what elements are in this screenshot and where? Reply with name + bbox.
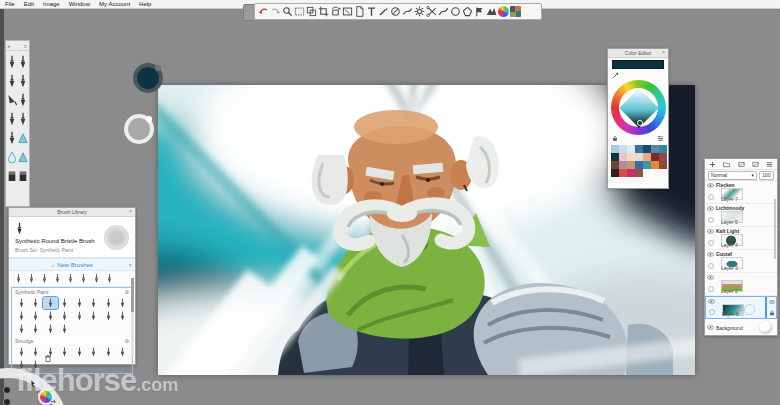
brush-item[interactable] (43, 310, 58, 322)
flag-tool-icon[interactable] (474, 6, 485, 17)
layer-row[interactable]: Kalt LightLayer 4 (705, 227, 777, 250)
pen-tool-icon[interactable] (378, 6, 389, 17)
tool-watercolor[interactable] (18, 149, 30, 165)
menu-help[interactable]: Help (139, 0, 151, 8)
color-swatch[interactable] (659, 153, 667, 161)
layer-radio[interactable] (708, 286, 714, 292)
eraser-tool-icon[interactable] (390, 6, 401, 17)
crop-tool-icon[interactable] (318, 6, 329, 17)
color-swatch[interactable] (643, 145, 651, 153)
close-icon[interactable]: × (128, 209, 133, 214)
layer-panel-icon[interactable] (738, 161, 745, 168)
layer-radio[interactable] (708, 217, 714, 223)
brush-item[interactable] (116, 310, 131, 322)
brush-item[interactable] (58, 346, 73, 358)
edge-dot[interactable] (3, 398, 11, 405)
color-swatch[interactable] (619, 161, 627, 169)
brush-size-pod[interactable] (124, 114, 154, 144)
color-swatch[interactable] (611, 145, 619, 153)
brush-set-thumb[interactable] (67, 273, 74, 284)
menu-image[interactable]: Image (43, 0, 60, 8)
color-swatch[interactable] (627, 153, 635, 161)
brush-item[interactable] (116, 297, 131, 309)
visibility-icon[interactable] (707, 183, 714, 188)
brush-set-thumb[interactable] (41, 273, 48, 284)
layers-scrollbar[interactable] (774, 199, 776, 259)
color-swatch[interactable] (619, 169, 627, 177)
brush-set-thumb[interactable] (93, 273, 100, 284)
undo-tool-icon[interactable] (258, 6, 269, 17)
layer-row[interactable]: FleckenLayer 7 (705, 181, 777, 204)
layers-menu-icon[interactable] (766, 161, 773, 168)
brush-item[interactable] (43, 323, 58, 335)
brush-set-thumb[interactable] (54, 273, 61, 284)
tools-menu-icon[interactable]: ≡ (24, 43, 27, 49)
visibility-icon[interactable] (707, 252, 714, 257)
menu-edit[interactable]: Edit (24, 0, 34, 8)
brush-item[interactable] (29, 297, 44, 309)
color-editor-titlebar[interactable]: Color Editor × (608, 49, 668, 58)
brush-item[interactable] (101, 310, 116, 322)
blend-mode-select[interactable]: Normal ▾ (708, 171, 757, 180)
tool-roller-block[interactable] (18, 168, 30, 184)
brush-item[interactable] (72, 297, 87, 309)
brush-set-thumb[interactable] (106, 273, 113, 284)
tool-ink-pen[interactable] (18, 111, 30, 127)
brush-item[interactable] (72, 346, 87, 358)
curve-tool-icon[interactable] (438, 6, 449, 17)
color-swatch[interactable] (635, 161, 643, 169)
layer-row[interactable]: LichtmoodyLayer 5 (705, 204, 777, 227)
layer-row-selected[interactable]: Layer 6 (705, 296, 777, 319)
visibility-icon[interactable] (707, 206, 714, 211)
color-swatch[interactable] (627, 145, 635, 153)
trash-icon[interactable] (44, 354, 52, 363)
color-marker[interactable] (637, 120, 643, 126)
brush-section-header[interactable]: Synthetic Paint⚙ (12, 288, 132, 296)
rotate-tool-icon[interactable] (330, 6, 341, 17)
brush-library-titlebar[interactable]: Brush Library × (9, 208, 135, 217)
tool-oil-brush[interactable] (6, 54, 18, 70)
brush-item[interactable] (58, 310, 73, 322)
redo-tool-icon[interactable] (270, 6, 281, 17)
brush-item[interactable] (29, 323, 44, 335)
tool-watercolor-brush[interactable] (6, 130, 18, 146)
current-color-pod[interactable] (133, 63, 163, 93)
color-swatch[interactable] (611, 169, 619, 177)
color-swatch[interactable] (651, 153, 659, 161)
brush-item[interactable] (87, 310, 102, 322)
menu-file[interactable]: File (5, 0, 15, 8)
new-brushes-banner[interactable]: ↓ New Brushes × (9, 258, 135, 271)
paper-tool-icon[interactable] (354, 6, 365, 17)
brush-item[interactable] (14, 297, 29, 309)
brush-item[interactable] (101, 297, 116, 309)
gear-tool-icon[interactable] (414, 6, 425, 17)
tool-crayon[interactable] (18, 130, 30, 146)
tools-collapse-icon[interactable]: ▸ (8, 43, 11, 49)
color-swatch[interactable] (659, 161, 667, 169)
sliders-icon[interactable] (657, 135, 664, 142)
scissors-tool-icon[interactable] (426, 6, 437, 17)
brush-item[interactable] (58, 297, 73, 309)
layer-radio[interactable] (708, 194, 714, 200)
tool-eraser-block[interactable] (6, 168, 18, 184)
brush-item[interactable] (58, 323, 73, 335)
tool-palette-knife[interactable] (6, 92, 18, 108)
layer-radio[interactable] (708, 240, 714, 246)
color-swatch[interactable] (635, 153, 643, 161)
tool-water-drop[interactable] (6, 149, 18, 165)
color-swatch[interactable] (627, 169, 635, 177)
visibility-icon[interactable] (707, 275, 714, 280)
brush-library-scrollbar[interactable] (131, 278, 134, 358)
menu-window[interactable]: Window (69, 0, 90, 8)
eyedropper-icon[interactable] (612, 72, 619, 79)
color-wheel-tool-icon[interactable] (498, 6, 509, 17)
smudge-tool-icon[interactable] (402, 6, 413, 17)
brush-section-header[interactable]: Smudge⚙ (12, 337, 132, 345)
edge-dot[interactable] (3, 386, 11, 394)
color-swatch[interactable] (643, 161, 651, 169)
background-layer-row[interactable]: Background (705, 319, 777, 337)
brush-item[interactable] (87, 297, 102, 309)
lock-icon[interactable] (612, 135, 618, 142)
color-swatch[interactable] (651, 145, 659, 153)
color-swatch[interactable] (635, 145, 643, 153)
